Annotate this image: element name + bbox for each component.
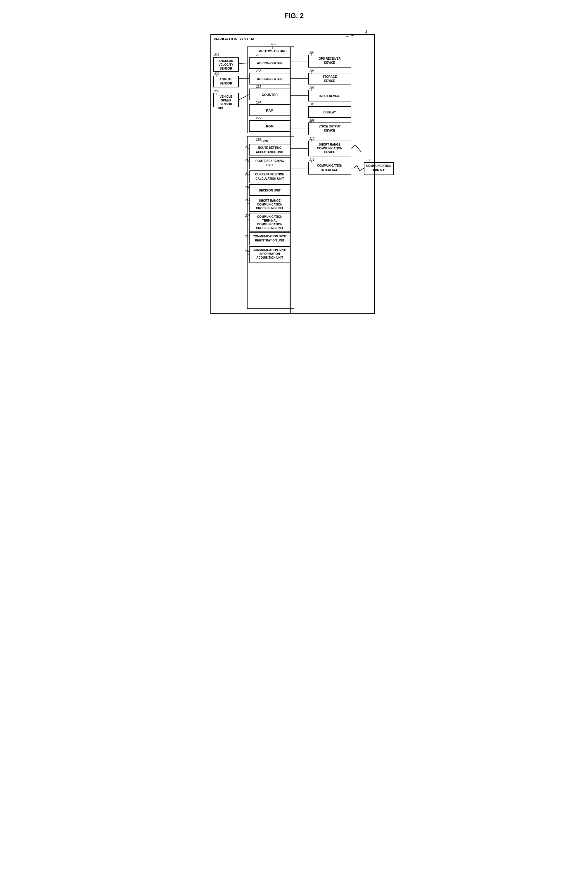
comm-spot-reg-unit: COMMUNICATION SPOT [253, 235, 287, 238]
ref-201-label: 201 [214, 53, 219, 56]
svg-line-61 [356, 145, 361, 152]
azimuth-sensor: AZIMUTH [219, 78, 232, 81]
ref-3: 3 [365, 30, 367, 34]
route-setting-acceptance-unit-2: ACCEPTANCE UNIT [256, 150, 284, 154]
route-setting-acceptance-unit: ROUTE SETTING [258, 146, 281, 149]
storage-device-2: DEVICE [324, 79, 335, 83]
ref-204-label: 204 [309, 51, 315, 54]
ref-206-label: 206 [309, 69, 315, 72]
svg-rect-20 [249, 157, 290, 169]
current-position-calc-unit-2: CALCULATION UNIT [255, 177, 284, 180]
svg-line-70 [360, 168, 364, 171]
svg-line-35 [238, 63, 249, 64]
ref-223-label: 223 [256, 85, 261, 88]
comm-terminal-comm-proc-unit-3: COMMUNICATION [257, 223, 282, 226]
comm-interface-2: INTERFACE [321, 168, 338, 171]
ref-212-label: 212 [365, 158, 370, 162]
ram: RAM [266, 109, 273, 112]
short-range-comm-proc-unit: SHORT RANGE [259, 199, 280, 202]
ref-226-label: 226 [256, 138, 261, 141]
short-range-comm-proc-unit-2: COMMUNICATION [257, 203, 282, 206]
ref-224-label: 224 [256, 101, 261, 104]
vehicle-speed-sensor: VEHICLE [219, 95, 232, 98]
ref-211-label: 211 [309, 158, 315, 161]
ref-210-label: 210 [309, 137, 315, 140]
ref-209-label: 209 [309, 119, 315, 122]
figure-title: FIG. 2 [202, 12, 386, 20]
ref-221-label: 221 [256, 54, 261, 57]
short-range-comm-device-3: DEVICE [324, 150, 335, 154]
comm-spot-reg-unit-2: REGISTRATION UNIT [255, 239, 285, 242]
azimuth-sensor-2: SENSOR [220, 82, 232, 85]
svg-rect-18 [249, 144, 290, 156]
comm-terminal: COMMUNICATION [366, 164, 392, 168]
svg-rect-46 [309, 73, 351, 84]
short-range-comm-proc-unit-3: PROCESSING UNIT [256, 207, 284, 210]
ref-208-label: 208 [309, 103, 315, 106]
comm-interface: COMMUNICATION [317, 164, 342, 167]
short-range-comm-device-2: COMMUNICATION [317, 147, 342, 150]
current-position-calc-unit: CURRENT POSITION [255, 173, 284, 176]
svg-rect-3 [247, 47, 294, 133]
diagram: NAVIGATION SYSTEM 3 205 ARITHMETIC UNIT … [202, 26, 392, 318]
short-range-comm-device: SHORT RANGE [319, 143, 340, 146]
rom: ROM [266, 125, 273, 128]
comm-terminal-comm-proc-unit-4: PROCESSING UNIT [256, 227, 284, 230]
ref-205: 205 [270, 42, 276, 46]
vehicle-speed-sensor-2: SPEED [221, 99, 231, 102]
input-device: INPUT DEVICE [320, 95, 340, 98]
display: DISPLAY [324, 111, 336, 114]
cpu-label: CPU [261, 139, 268, 143]
svg-line-60 [351, 145, 356, 149]
comm-spot-info-acq-unit-3: ACQUISITION UNIT [256, 256, 283, 259]
storage-device: STORAGE [322, 75, 337, 78]
gps-receiver-device-2: DEVICE [324, 61, 335, 64]
ref-202-label: 202 [214, 72, 219, 75]
decision-unit: DECISION UNIT [259, 189, 280, 192]
ref-225-label: 225 [256, 117, 261, 120]
ref-207-label: 207 [309, 86, 315, 89]
gps-receiver-device: GPS RECEIVER [318, 57, 341, 60]
ref-203-bottom: 203 [218, 107, 223, 110]
arith-unit-label: ARITHMETIC UNIT [259, 49, 287, 53]
route-searching-unit-2: UNIT [266, 164, 273, 167]
voice-output-device: VOICE OUTPUT [318, 125, 340, 128]
comm-spot-info-acq-unit: COMMUNICATION SPOT [253, 248, 287, 252]
voice-output-device-2: DEVICE [324, 129, 335, 132]
counter: COUNTER [262, 93, 278, 96]
comm-terminal-comm-proc-unit-2: TERMINAL [262, 219, 278, 222]
angular-velocity-sensor-2: VELOCITY [219, 63, 233, 66]
comm-terminal-2: TERMINAL [371, 169, 386, 172]
ref-222-label: 222 [256, 69, 261, 72]
ref-203-label: 203 [214, 90, 219, 93]
svg-line-41 [238, 95, 249, 100]
comm-terminal-comm-proc-unit: COMMUNICATION [257, 215, 282, 218]
angular-velocity-sensor-3: SENSOR [220, 67, 232, 70]
route-searching-unit: ROUTE SEARCHING [255, 159, 284, 162]
ad-converter-1: AD CONVERTER [257, 62, 283, 65]
angular-velocity-sensor: ANGULAR [219, 59, 234, 63]
vehicle-speed-sensor-3: SENSOR [220, 103, 232, 106]
comm-spot-info-acq-unit-2: INFORMATION [260, 252, 280, 255]
page: FIG. 2 NAVIGATION SYSTEM 3 205 ARITHMETI… [196, 6, 392, 325]
nav-system-label: NAVIGATION SYSTEM [214, 37, 254, 41]
svg-line-68 [354, 165, 357, 168]
ad-converter-2: AD CONVERTER [257, 77, 283, 81]
